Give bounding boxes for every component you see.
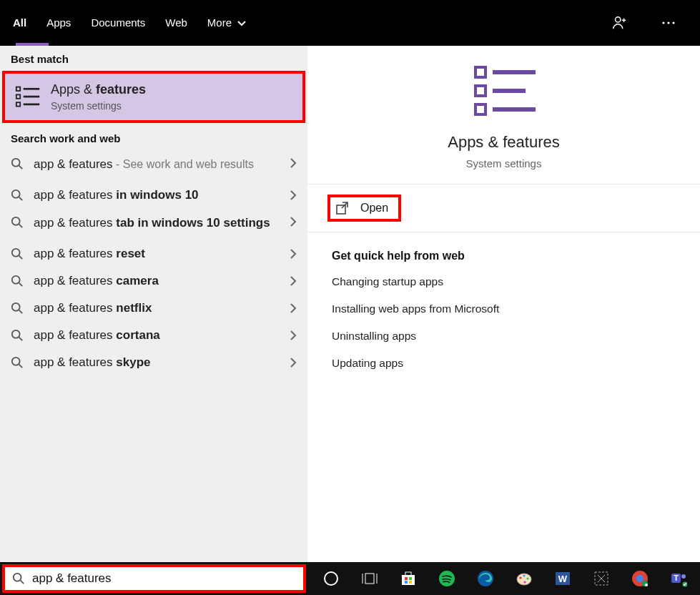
quick-help-link[interactable]: Updating apps (332, 357, 676, 370)
search-result-text: app & features skype (34, 355, 280, 370)
best-match-title-bold: features (96, 82, 146, 97)
teams-icon[interactable]: T (662, 562, 695, 595)
tab-web[interactable]: Web (165, 16, 187, 30)
chevron-right-icon (290, 357, 297, 368)
chevron-right-icon (290, 275, 297, 287)
search-result-text: app & features tab in windows 10 setting… (34, 216, 280, 230)
active-tab-underline (16, 43, 49, 46)
svg-rect-5 (16, 94, 20, 98)
search-icon (11, 247, 24, 260)
svg-point-2 (667, 21, 669, 24)
quick-help-link[interactable]: Installing web apps from Microsoft (332, 303, 676, 315)
quick-help-link[interactable]: Changing startup apps (332, 275, 676, 288)
search-result[interactable]: app & features cortana (0, 322, 307, 349)
search-result[interactable]: app & features netflix (0, 295, 307, 322)
detail-pane: Apps & features System settings Open Get… (307, 46, 700, 595)
tab-more-label: More (207, 16, 232, 29)
microsoft-store-icon[interactable] (392, 562, 425, 595)
detail-subtitle: System settings (307, 157, 700, 169)
search-icon (11, 157, 24, 170)
search-icon (11, 275, 24, 287)
svg-rect-19 (475, 86, 485, 96)
search-result[interactable]: app & features reset (0, 240, 307, 267)
svg-point-50 (645, 584, 648, 586)
quick-help-heading: Get quick help from web (332, 250, 676, 262)
svg-point-13 (12, 249, 20, 257)
svg-point-1 (662, 21, 664, 24)
search-result[interactable]: app & features - See work and web result… (0, 150, 307, 182)
search-icon (11, 189, 24, 202)
more-options-icon[interactable] (654, 9, 683, 37)
search-result-text: app & features in windows 10 (34, 188, 280, 202)
best-match-title-prefix: App (51, 82, 74, 97)
edge-browser-icon[interactable] (469, 562, 502, 595)
search-result-text: app & features camera (34, 274, 280, 288)
svg-rect-20 (475, 104, 485, 114)
chevron-right-icon (290, 330, 297, 341)
chevron-right-icon (290, 303, 297, 314)
search-result[interactable]: app & features camera (0, 267, 307, 295)
search-icon (12, 572, 25, 585)
taskbar-search-input[interactable] (32, 571, 296, 586)
taskbar-search-box[interactable] (2, 564, 306, 593)
cortana-circle-icon[interactable] (315, 562, 347, 595)
quick-help-link[interactable]: Uninstalling apps (332, 330, 676, 343)
task-view-icon[interactable] (353, 562, 386, 595)
tab-all[interactable]: All (13, 16, 26, 30)
svg-point-16 (12, 330, 20, 338)
best-match-title: Apps & features (51, 82, 146, 97)
detail-title: Apps & features (307, 133, 700, 152)
svg-point-38 (519, 576, 521, 579)
chevron-right-icon (290, 216, 297, 227)
search-icon (11, 216, 24, 229)
svg-text:W: W (558, 574, 568, 584)
open-button-label: Open (360, 202, 388, 215)
best-match-subtitle: System settings (51, 100, 146, 112)
svg-rect-6 (16, 102, 20, 106)
svg-point-55 (14, 574, 21, 581)
svg-rect-34 (409, 581, 412, 584)
paint-icon[interactable] (508, 562, 541, 595)
svg-point-40 (526, 577, 528, 579)
chevron-down-icon (237, 21, 246, 26)
svg-rect-4 (16, 87, 20, 90)
tab-more[interactable]: More (207, 16, 246, 30)
search-result[interactable]: app & features in windows 10 (0, 182, 307, 209)
svg-point-53 (681, 574, 686, 579)
apps-features-list-icon (15, 85, 41, 109)
chevron-right-icon (290, 248, 297, 260)
search-result[interactable]: app & features tab in windows 10 setting… (0, 209, 307, 240)
svg-rect-32 (409, 577, 412, 580)
tab-apps[interactable]: Apps (46, 16, 71, 30)
word-icon[interactable]: W (546, 562, 579, 595)
svg-point-17 (12, 358, 20, 365)
ellipsis-icon (661, 21, 676, 25)
svg-point-48 (636, 575, 644, 582)
svg-point-14 (12, 276, 20, 284)
svg-point-15 (12, 303, 20, 311)
best-match-title-mid: s & (74, 82, 96, 97)
chrome-icon[interactable] (623, 562, 656, 595)
search-filter-tabs: All Apps Documents Web More (0, 0, 700, 46)
spotify-icon[interactable] (430, 562, 463, 595)
svg-rect-26 (365, 574, 374, 584)
chevron-right-icon (290, 190, 297, 201)
svg-point-12 (12, 217, 20, 225)
person-icon (612, 15, 628, 31)
tab-documents[interactable]: Documents (91, 16, 145, 30)
search-result[interactable]: app & features skype (0, 349, 307, 376)
results-pane: Best match Apps & features System settin… (0, 46, 307, 595)
svg-rect-33 (405, 581, 408, 584)
svg-rect-31 (405, 577, 408, 580)
search-result-text: app & features cortana (34, 328, 280, 343)
search-result-text: app & features reset (34, 247, 280, 261)
svg-point-25 (325, 572, 337, 585)
account-icon[interactable] (606, 9, 634, 37)
svg-rect-29 (402, 575, 415, 585)
open-button[interactable]: Open (327, 195, 401, 222)
search-result-text: app & features - See work and web result… (34, 157, 280, 172)
search-icon (11, 329, 24, 342)
open-external-icon (336, 202, 349, 215)
best-match-result[interactable]: Apps & features System settings (2, 71, 305, 123)
snip-sketch-icon[interactable] (585, 562, 618, 595)
